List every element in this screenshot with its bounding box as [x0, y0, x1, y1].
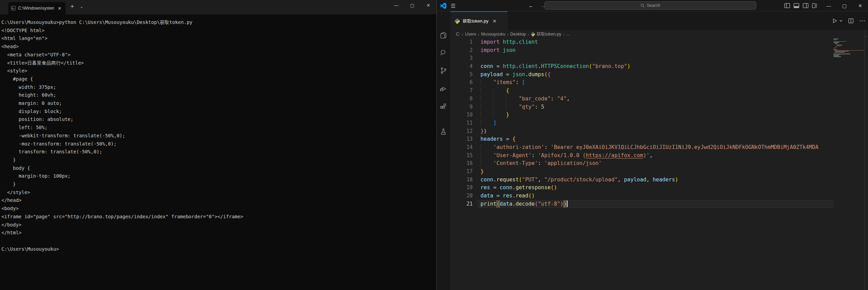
python-file-icon — [455, 18, 460, 24]
command-center-search[interactable]: Search — [544, 1, 756, 10]
code-line[interactable]: 4conn = http.client.HTTPSConnection("bra… — [450, 63, 865, 71]
code-editor[interactable]: 1import http.client2import json34conn = … — [450, 38, 865, 290]
search-sidebar-icon[interactable] — [437, 46, 450, 59]
terminal-line: #page { — [1, 75, 436, 83]
nav-back-arrow[interactable]: ← — [527, 2, 535, 10]
line-number: 20 — [450, 192, 473, 200]
minimap-line-mark — [835, 51, 849, 52]
minimap-line-mark — [833, 49, 837, 50]
code-line[interactable]: 21print(data.decode("utf-8")) — [450, 200, 865, 208]
terminal-line: margin: 0 auto; — [1, 99, 436, 108]
line-number: 16 — [450, 160, 473, 168]
run-python-file-button[interactable] — [832, 18, 843, 24]
more-actions-icon[interactable]: ⋯ — [859, 19, 865, 23]
terminal-line: <meta charset="UTF-8"> — [1, 51, 436, 59]
terminal-new-tab-button[interactable]: + — [68, 3, 76, 10]
breadcrumb-item[interactable]: Users — [465, 32, 476, 37]
terminal-line: <html lang="en"> — [1, 34, 436, 43]
terminal-output[interactable]: C:\Users\Musouyouku>python C:\Users\Muso… — [0, 14, 436, 290]
code-line[interactable]: 8 "bar_code": "4", — [450, 95, 865, 103]
source-control-icon[interactable] — [437, 64, 450, 77]
terminal-window-controls: — ▢ ✕ — [388, 0, 436, 10]
terminal-tab[interactable]: C:\Windows\system32\cmd.e: ✕ — [8, 2, 66, 14]
code-line[interactable]: 12}) — [450, 127, 865, 136]
terminal-minimize-button[interactable]: — — [388, 0, 404, 10]
split-editor-icon[interactable] — [848, 18, 854, 24]
terminal-line: margin-top: 100px; — [1, 172, 436, 180]
toggle-sidebar-icon[interactable] — [784, 3, 790, 9]
menu-hamburger-icon[interactable]: ☰ — [449, 2, 457, 10]
code-line[interactable]: 9 "qty": 5 — [450, 103, 865, 111]
code-line[interactable]: 14 'authori-zation': 'Bearer eyJ0eXAiOiJ… — [450, 143, 865, 152]
breadcrumb-separator: › — [478, 32, 479, 37]
explorer-icon[interactable] — [437, 28, 450, 42]
breadcrumb[interactable]: C:›Users›Musouyouku›Desktop›获取token.py›.… — [450, 30, 868, 38]
code-line[interactable]: 19res = conn.getresponse() — [450, 184, 865, 192]
tab-huoqu-token-py[interactable]: 获取token.py ✕ — [450, 11, 507, 30]
vscode-close-button[interactable]: ✕ — [852, 0, 868, 11]
tab-close-icon[interactable]: ✕ — [492, 18, 497, 24]
breadcrumb-item[interactable]: C: — [456, 32, 460, 37]
code-line[interactable]: 7 { — [450, 87, 865, 95]
extensions-icon[interactable] — [437, 100, 450, 113]
code-line[interactable]: 17} — [450, 168, 865, 176]
breadcrumb-item[interactable]: 获取token.py — [531, 31, 561, 37]
terminal-line: </body> — [1, 221, 436, 229]
terminal-maximize-button[interactable]: ▢ — [404, 0, 420, 10]
vscode-maximize-button[interactable]: ▢ — [837, 0, 852, 11]
toggle-secondary-sidebar-icon[interactable] — [803, 3, 809, 9]
customize-layout-icon[interactable] — [812, 3, 818, 9]
code-line[interactable]: 5payload = json.dumps({ — [450, 71, 865, 79]
overview-ruler-mark — [865, 37, 868, 37]
minimap-line-mark — [833, 54, 851, 54]
terminal-tab-dropdown-icon[interactable]: ⌄ — [80, 4, 83, 9]
code-line[interactable]: 6 "items": [ — [450, 79, 865, 87]
breadcrumb-item[interactable]: Musouyouku — [481, 32, 505, 37]
minimap-line-mark — [833, 56, 841, 57]
terminal-line: </head> — [1, 196, 436, 205]
terminal-titlebar: C:\Windows\system32\cmd.e: ✕ + ⌄ — ▢ ✕ — [0, 0, 436, 14]
code-line[interactable]: 16 'Content-Type': 'application/json' — [450, 160, 865, 168]
minimap-line-mark — [836, 44, 837, 45]
line-number: 6 — [450, 79, 473, 87]
vscode-minimize-button[interactable]: — — [821, 0, 837, 11]
line-number: 19 — [450, 184, 473, 192]
terminal-line: -moz-transform: translate(-50%,0); — [1, 140, 436, 148]
minimap-line-mark — [836, 46, 837, 47]
search-label: Search — [647, 3, 661, 8]
minimap-line-mark — [837, 46, 841, 46]
minimap[interactable] — [833, 30, 865, 290]
terminal-close-button[interactable]: ✕ — [420, 0, 436, 10]
line-number: 15 — [450, 152, 473, 160]
minimap-line-mark — [835, 50, 865, 51]
line-number: 2 — [450, 46, 473, 55]
code-line[interactable]: 2import json — [450, 46, 865, 55]
code-line[interactable]: 1import http.client — [450, 38, 865, 46]
terminal-line: position: absolute; — [1, 115, 436, 124]
vscode-logo-icon — [440, 3, 446, 9]
minimap-line-mark — [833, 49, 835, 49]
run-debug-icon[interactable] — [437, 82, 450, 95]
breadcrumb-separator: › — [563, 32, 565, 37]
terminal-line: <iframe id="page" src="http://brano.top/… — [1, 213, 436, 221]
line-number: 9 — [450, 103, 473, 111]
line-number: 8 — [450, 95, 473, 103]
code-line[interactable]: 3 — [450, 54, 865, 63]
activity-bar — [437, 11, 450, 290]
breadcrumb-separator: › — [507, 32, 508, 37]
code-line[interactable]: 11 ] — [450, 119, 865, 127]
code-line[interactable]: 20data = res.read() — [450, 192, 865, 200]
breadcrumb-item[interactable]: ... — [566, 32, 570, 37]
code-line[interactable]: 13headers = { — [450, 135, 865, 143]
line-number: 5 — [450, 71, 473, 79]
toggle-panel-icon[interactable] — [794, 3, 799, 9]
testing-icon[interactable] — [437, 125, 450, 138]
line-number: 13 — [450, 135, 473, 143]
code-line[interactable]: 18conn.request("PUT", "/product/stock/up… — [450, 176, 865, 184]
code-line[interactable]: 15 'User-Agent': 'Apifox/1.0.0 (https://… — [450, 152, 865, 160]
terminal-tab-title: C:\Windows\system32\cmd.e: — [18, 6, 54, 11]
terminal-tab-close-icon[interactable]: ✕ — [56, 5, 63, 11]
code-line[interactable]: 10 } — [450, 111, 865, 119]
breadcrumb-item[interactable]: Desktop — [510, 32, 526, 37]
terminal-line: </style> — [1, 189, 436, 197]
